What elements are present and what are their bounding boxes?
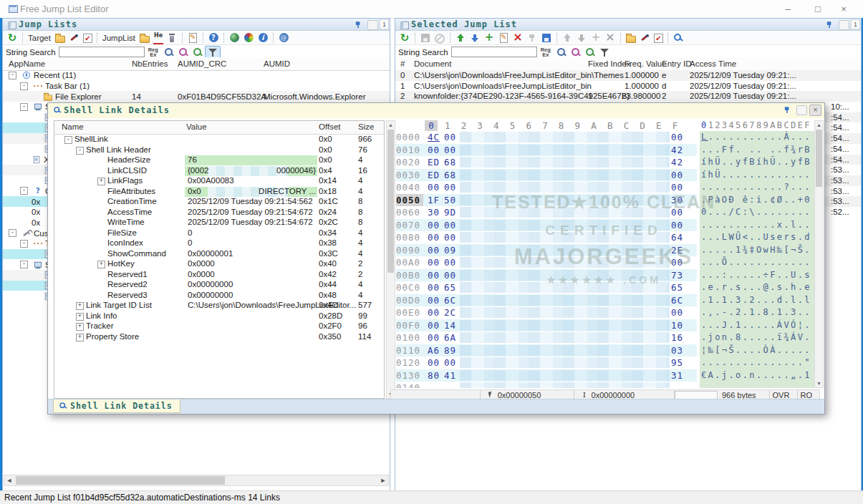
detail-row[interactable]: FileSize00x344 <box>54 228 384 239</box>
scroll-left-icon[interactable]: ◄ <box>4 475 14 485</box>
hex-scrollbar[interactable]: ▲ ▼ <box>814 120 824 388</box>
expander-icon[interactable]: - <box>20 261 28 268</box>
expander-icon[interactable]: + <box>76 313 84 321</box>
detail-row[interactable]: Reserved20x000000000x444 <box>54 280 384 291</box>
detail-row[interactable]: +Property Store0x350114 <box>54 332 384 343</box>
detail-row[interactable]: -ShellLink0x0966 <box>54 135 384 145</box>
detail-row[interactable]: +HotKey0x00000x402 <box>54 259 384 270</box>
search-next-icon[interactable] <box>192 47 203 58</box>
detail-row[interactable]: +Link Info0x28D99 <box>54 311 384 322</box>
hex-row[interactable]: 0130804131€A.j.o.n.....„.1 <box>396 369 814 382</box>
detail-row[interactable]: Reserved30x000000000x484 <box>54 291 384 301</box>
column-header[interactable]: Freq. Value <box>625 59 667 68</box>
scroll-up-icon[interactable]: ▲ <box>387 121 395 129</box>
expander-icon[interactable]: - <box>20 82 28 90</box>
funnel-icon[interactable] <box>599 47 610 58</box>
detail-row[interactable]: CreationTime2025/12/09 Tuesday 09:21:54:… <box>54 197 384 208</box>
column-header[interactable]: Offset <box>319 122 340 131</box>
folder-icon[interactable] <box>139 32 150 44</box>
trash-icon[interactable] <box>166 32 178 44</box>
hex-row[interactable]: 00F0001410...J.1.....ÁVÓ¦. <box>396 319 814 332</box>
refresh-icon[interactable] <box>399 32 410 44</box>
jump-list-row[interactable]: 1C:\Users\jon\Downloads\FreeJumpListEdit… <box>395 81 861 92</box>
hex-row[interactable]: 00C0006565.e.r.s...@.s.h.e <box>396 281 814 294</box>
edit-icon[interactable] <box>498 32 509 44</box>
hex-row[interactable]: 0040000000............?... <box>396 181 814 194</box>
theme-icon[interactable] <box>243 32 254 44</box>
search-icon[interactable] <box>163 47 175 58</box>
hex-row[interactable]: 0120000095..............." <box>396 357 814 369</box>
column-header[interactable]: Access Time <box>690 59 736 68</box>
hex-row[interactable]: 00D0006C6C.1.1.3.2...d.l.l <box>396 294 814 307</box>
hex-row[interactable]: 00E0002C00.,.-.2.1.8.1.3.. <box>396 306 814 319</box>
detail-row[interactable]: Reserved10x00000x422 <box>54 270 384 281</box>
web-icon[interactable] <box>278 32 289 44</box>
column-header[interactable]: AppName <box>9 59 45 68</box>
add-icon[interactable] <box>483 32 495 44</box>
detail-row[interactable]: +Link Target ID ListC:\Users\jon\Downloa… <box>54 301 384 311</box>
scrollbar-thumb[interactable] <box>387 130 394 273</box>
expander-icon[interactable]: - <box>9 229 16 237</box>
search-prev-icon[interactable] <box>570 47 582 58</box>
search-next-icon[interactable] <box>584 47 596 58</box>
move-down-icon[interactable] <box>469 32 481 44</box>
detail-row[interactable]: AccessTime2025/12/09 Tuesday 09:21:54:67… <box>54 208 384 218</box>
expander-icon[interactable]: + <box>97 178 105 185</box>
expander-icon[interactable]: + <box>97 261 105 268</box>
expander-icon[interactable]: + <box>76 334 84 341</box>
folder-icon[interactable] <box>625 32 637 44</box>
pin-icon[interactable] <box>354 21 363 30</box>
expander-icon[interactable]: - <box>76 147 84 155</box>
dock-button[interactable] <box>796 105 807 115</box>
edit-icon[interactable] <box>187 32 198 44</box>
search-input[interactable] <box>451 47 537 57</box>
help-icon[interactable] <box>208 32 219 44</box>
expander-icon[interactable]: + <box>76 323 84 331</box>
column-header[interactable]: Entry ID <box>662 59 692 68</box>
rocket-icon[interactable] <box>640 32 651 44</box>
dock-button[interactable] <box>367 20 378 30</box>
expander-icon[interactable]: + <box>76 302 84 310</box>
pin-icon[interactable] <box>783 106 792 115</box>
minimize-button[interactable]: – <box>773 0 803 18</box>
expander-icon[interactable]: - <box>20 240 28 248</box>
scrollbar-thumb[interactable] <box>16 476 225 485</box>
checkbox-icon[interactable] <box>654 34 663 43</box>
column-header[interactable]: NbEntries <box>132 59 168 68</box>
hex-row[interactable]: 00004C0000L...........À... <box>396 131 814 144</box>
hex-row[interactable]: 00A0000000...Õ............ <box>396 256 814 269</box>
rocket-icon[interactable] <box>69 32 80 44</box>
detail-row[interactable]: -Shell Link Header0x076 <box>54 145 384 156</box>
hex-row[interactable]: 00B0000073...:.....÷F..U.s <box>396 269 814 282</box>
hex-row[interactable]: 009000092E.....1¾‡OwH‰[¬Š. <box>396 244 814 257</box>
jump-list-row[interactable]: 0C:\Users\jon\Downloads\FreeJumpListEdit… <box>395 70 861 81</box>
scroll-down-icon[interactable]: ▼ <box>815 379 823 387</box>
column-header[interactable]: Name <box>62 122 84 131</box>
save-all-icon[interactable] <box>541 32 552 44</box>
horizontal-scrollbar[interactable]: ◄ ► <box>4 475 389 486</box>
info-icon[interactable] <box>257 32 269 44</box>
scroll-right-icon[interactable]: ► <box>378 475 388 485</box>
globe-icon[interactable] <box>228 32 240 44</box>
hex-row[interactable]: 0060309D000.../C:\........ <box>396 206 814 219</box>
regex-toggle[interactable]: Reg Ex <box>541 47 551 57</box>
expander-icon[interactable]: - <box>20 103 28 111</box>
filter-button[interactable] <box>205 46 221 59</box>
side-tab[interactable]: 1 <box>380 19 389 29</box>
key-icon[interactable] <box>672 32 684 44</box>
column-header[interactable]: # <box>400 59 405 68</box>
column-header[interactable]: Size <box>358 122 374 131</box>
property-grid-scrollbar[interactable]: ▲ ▼ <box>386 120 395 399</box>
tree-row[interactable]: File Explorer140xF01B4D95CF55D32AMicroso… <box>3 91 390 102</box>
hex-editor-icon[interactable]: He <box>153 32 163 44</box>
close-icon[interactable]: × <box>809 105 821 116</box>
hex-row[interactable]: 0030ED6800íhÜ............. <box>396 169 814 182</box>
delete-icon[interactable] <box>512 32 524 44</box>
expander-icon[interactable]: - <box>64 136 72 144</box>
detail-row[interactable]: FileAttributes0x0DIRECTORY ...0x184 <box>54 187 384 198</box>
detail-row[interactable]: +LinkFlags0x00A000830x144 <box>54 176 384 187</box>
jump-list-row[interactable]: 2knownfolder:{374DE290-123F-4565-9164-39… <box>395 91 861 102</box>
search-icon[interactable] <box>556 47 567 58</box>
tree-row[interactable]: -Task Bar (1) <box>3 81 390 92</box>
hex-row[interactable]: 0100006A16.jon.8.....ï¾ÁV. <box>396 331 814 344</box>
